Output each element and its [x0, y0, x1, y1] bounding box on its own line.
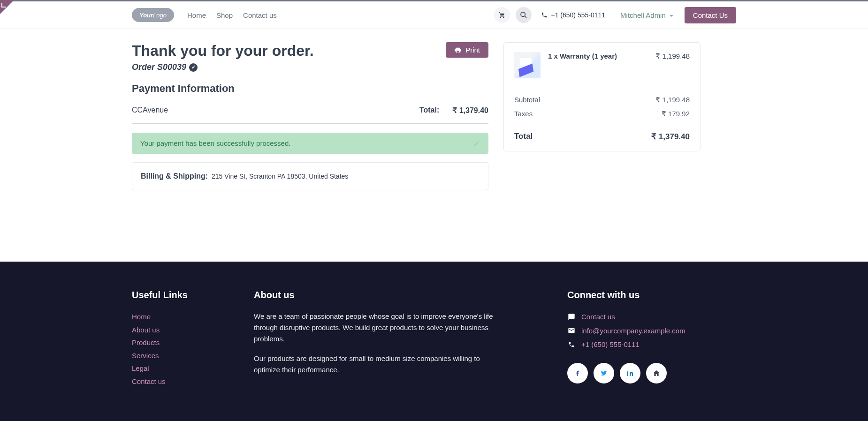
payment-total-label: Total: — [419, 106, 439, 115]
user-menu[interactable]: Mitchell Admin — [620, 11, 673, 19]
shipping-address: 215 Vine St, Scranton PA 18503, United S… — [212, 173, 348, 180]
nav-phone: +1 (650) 555-0111 — [541, 11, 606, 19]
nav-phone-number: +1 (650) 555-0111 — [551, 11, 606, 19]
footer-links-heading: Useful Links — [132, 290, 235, 301]
linkedin-icon[interactable] — [620, 363, 640, 383]
nav-link-shop[interactable]: Shop — [216, 11, 233, 19]
footer-email[interactable]: info@yourcompany.example.com — [581, 325, 685, 337]
facebook-icon[interactable] — [567, 363, 588, 383]
search-icon[interactable] — [516, 7, 532, 23]
order-number: Order S00039 ✓ — [132, 62, 314, 72]
footer-connect-heading: Connect with us — [567, 290, 736, 301]
footer-link-products[interactable]: Products — [132, 338, 160, 346]
footer-link-services[interactable]: Services — [132, 352, 159, 360]
chevron-down-icon — [668, 11, 673, 19]
logo[interactable]: YourLogo — [132, 8, 174, 22]
chat-icon — [567, 313, 576, 321]
subtotal-value: ₹ 1,199.48 — [655, 96, 690, 104]
phone-icon — [567, 341, 576, 348]
svg-point-0 — [521, 12, 525, 16]
payment-row: CCAvenue Total: ₹ 1,379.40 — [132, 103, 488, 124]
footer-link-legal[interactable]: Legal — [132, 364, 149, 372]
footer-about-heading: About us — [254, 290, 507, 301]
taxes-label: Taxes — [514, 110, 533, 118]
about-paragraph-1: We are a team of passionate people whose… — [254, 311, 498, 345]
print-icon — [454, 46, 462, 54]
item-name: 1 x Warranty (1 year) — [548, 52, 648, 60]
svg-line-1 — [525, 16, 526, 18]
item-price: ₹ 1,199.48 — [655, 52, 690, 60]
footer-link-home[interactable]: Home — [132, 313, 151, 321]
twitter-icon[interactable] — [594, 363, 614, 383]
payment-method: CCAvenue — [132, 106, 168, 115]
mail-icon — [567, 327, 576, 334]
payment-heading: Payment Information — [132, 83, 488, 95]
item-thumbnail — [514, 52, 541, 78]
order-summary: 1 x Warranty (1 year) ₹ 1,199.48 Subtota… — [503, 42, 700, 151]
total-line: Total ₹ 1,379.40 — [514, 125, 690, 142]
payment-total-value: ₹ 1,379.40 — [452, 106, 488, 115]
subtotal-line: Subtotal ₹ 1,199.48 — [514, 93, 690, 107]
success-alert: Your payment has been successfully proce… — [132, 133, 488, 154]
shipping-label: Billing & Shipping: — [141, 172, 208, 180]
subtotal-label: Subtotal — [514, 96, 540, 104]
footer: Useful Links Home About us Products Serv… — [0, 262, 868, 421]
cart-icon[interactable] — [494, 7, 510, 23]
page-title: Thank you for your order. — [132, 42, 314, 60]
total-label: Total — [514, 132, 533, 142]
taxes-line: Taxes ₹ 179.92 — [514, 107, 690, 121]
footer-link-about[interactable]: About us — [132, 326, 160, 334]
pencil-icon[interactable] — [473, 140, 480, 147]
footer-phone[interactable]: +1 (650) 555-0111 — [581, 338, 640, 351]
check-icon: ✓ — [189, 63, 198, 72]
home-icon[interactable] — [646, 363, 667, 383]
navbar: YourLogo Home Shop Contact us +1 (650) 5… — [0, 0, 868, 29]
total-value: ₹ 1,379.40 — [651, 132, 690, 142]
order-item: 1 x Warranty (1 year) ₹ 1,199.48 — [514, 52, 690, 87]
print-button[interactable]: Print — [446, 42, 488, 58]
about-paragraph-2: Our products are designed for small to m… — [254, 353, 498, 376]
footer-link-contact[interactable]: Contact us — [132, 377, 166, 385]
edit-corner-tab[interactable] — [0, 0, 14, 14]
nav-link-home[interactable]: Home — [187, 11, 206, 19]
phone-icon — [541, 12, 548, 18]
shipping-card: Billing & Shipping: 215 Vine St, Scranto… — [132, 162, 488, 190]
success-message: Your payment has been successfully proce… — [140, 139, 290, 147]
taxes-value: ₹ 179.92 — [662, 110, 690, 118]
nav-link-contact[interactable]: Contact us — [243, 11, 277, 19]
footer-contact-link[interactable]: Contact us — [581, 311, 615, 323]
contact-us-button[interactable]: Contact Us — [685, 7, 736, 23]
